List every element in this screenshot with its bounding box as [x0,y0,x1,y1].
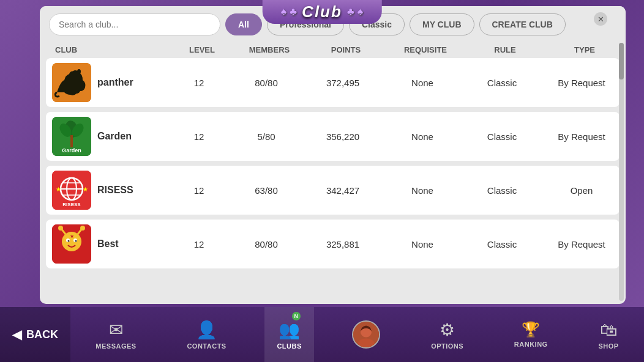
level-cell: 12 [168,239,230,249]
club-name: Garden [97,131,132,142]
svg-point-2 [77,69,81,74]
close-button[interactable]: ✕ [594,12,607,26]
svg-point-25 [80,226,85,231]
members-cell: 5/80 [230,131,303,142]
svg-point-23 [75,240,77,242]
col-level: LEVEL [171,45,233,54]
points-cell: 356,220 [303,131,383,142]
shop-icon: 🛍 [600,320,617,340]
club-cell: ★ Best [46,220,168,268]
club-name: Best [97,238,119,249]
panther-logo-svg [52,63,91,102]
clubs-badge: N [292,312,301,320]
club-logo-garden: Garden [52,117,91,156]
clubs-icon: 👥 [279,320,300,340]
svg-text:★: ★ [83,186,88,193]
nav-item-options[interactable]: ⚙ OPTIONS [419,307,476,362]
col-requisite: REQUISITE [386,45,465,54]
requisite-cell: None [383,131,462,142]
nav-item-ranking[interactable]: 🏆 RANKING [502,307,560,362]
best-logo-svg: ★ [52,224,91,264]
type-cell: By Request [542,239,621,249]
main-panel: ✕ All Professional Classic MY CLUB CREAT… [40,6,626,304]
club-logo-panther [52,63,91,102]
points-cell: 372,495 [303,78,383,88]
ranking-icon: 🏆 [522,321,540,338]
nav-item-clubs[interactable]: 👥 CLUBS N [264,307,313,362]
create-club-button[interactable]: CREATE CLUB [479,13,566,35]
rule-cell: Classic [462,185,542,196]
clubs-label: CLUBS [277,342,301,350]
table-row[interactable]: panther 12 80/80 372,495 None Classic By… [46,58,620,107]
requisite-cell: None [383,185,462,196]
col-club: CLUB [49,45,171,54]
type-cell: Open [542,185,621,196]
table-body: panther 12 80/80 372,495 None Classic By… [40,58,626,304]
svg-text:★: ★ [56,186,61,193]
level-cell: 12 [168,131,230,142]
rule-cell: Classic [462,131,542,142]
table-row[interactable]: ★ Best 12 80/80 325,881 None Classic By … [46,220,620,268]
risess-logo-svg: ★ ★ RISESS [52,171,91,210]
title-logo-wrapper: ♠ ♣ Club ♣ ♠ [263,0,382,24]
ranking-label: RANKING [514,341,548,348]
table-row[interactable]: ★ ★ RISESS RISESS 12 63/80 342,427 None … [46,166,620,215]
requisite-cell: None [383,78,462,88]
messages-icon: ✉ [109,320,123,340]
type-cell: By Request [542,78,621,88]
nav-items: ✉ MESSAGES 👤 CONTACTS 👥 CLUBS N [70,307,644,362]
type-cell: By Request [542,131,621,142]
col-rule: RULE [465,45,545,54]
options-label: OPTIONS [431,342,463,350]
filter-myclubs-button[interactable]: MY CLUB [410,13,474,35]
col-type: TYPE [545,45,624,54]
options-icon: ⚙ [440,320,455,340]
left-spade-icon: ♠ ♣ [281,6,297,18]
table-header: CLUB LEVEL MEMBERS POINTS REQUISITE RULE… [40,42,626,58]
members-cell: 80/80 [230,78,303,88]
title-text: Club [302,2,342,21]
rule-cell: Classic [462,78,542,88]
back-button[interactable]: ◀ BACK [0,307,70,362]
club-name: panther [97,77,133,88]
contacts-icon: 👤 [196,320,217,340]
shop-label: SHOP [598,342,618,350]
col-points: POINTS [306,45,386,54]
club-logo-best: ★ [52,224,91,264]
nav-item-contacts[interactable]: 👤 CONTACTS [174,307,238,362]
club-logo-risess: ★ ★ RISESS [52,171,91,210]
members-cell: 80/80 [230,239,303,249]
club-cell: ★ ★ RISESS RISESS [46,166,168,215]
level-cell: 12 [168,78,230,88]
club-cell: panther [46,58,168,107]
bottom-nav: ◀ BACK ✉ MESSAGES 👤 CONTACTS 👥 CLUBS N [0,307,644,362]
col-members: MEMBERS [233,45,306,54]
contacts-label: CONTACTS [187,342,226,350]
table-row[interactable]: Garden Garden 12 5/80 356,220 None Class… [46,112,620,161]
club-cell: Garden Garden [46,112,168,161]
svg-point-22 [68,240,70,242]
scrollbar-track[interactable] [619,43,624,301]
right-spade-icon: ♣ ♠ [347,6,363,18]
svg-text:★: ★ [70,234,74,239]
svg-point-24 [58,226,63,231]
filter-all-button[interactable]: All [225,13,262,35]
nav-item-shop[interactable]: 🛍 SHOP [586,307,631,362]
garden-logo-svg: Garden [52,117,91,156]
points-cell: 342,427 [303,185,383,196]
nav-item-avatar[interactable] [340,307,392,362]
svg-rect-7 [70,135,73,147]
avatar-image [353,322,379,347]
level-cell: 12 [168,185,230,196]
messages-label: MESSAGES [95,342,136,350]
rule-cell: Classic [462,239,542,249]
club-name: RISESS [97,185,133,196]
scrollbar-thumb[interactable] [619,43,624,79]
nav-item-messages[interactable]: ✉ MESSAGES [83,307,148,362]
svg-text:RISESS: RISESS [62,202,81,207]
svg-text:Garden: Garden [62,147,81,153]
members-cell: 63/80 [230,185,303,196]
search-input[interactable] [49,13,220,35]
points-cell: 325,881 [303,239,383,249]
requisite-cell: None [383,239,462,249]
